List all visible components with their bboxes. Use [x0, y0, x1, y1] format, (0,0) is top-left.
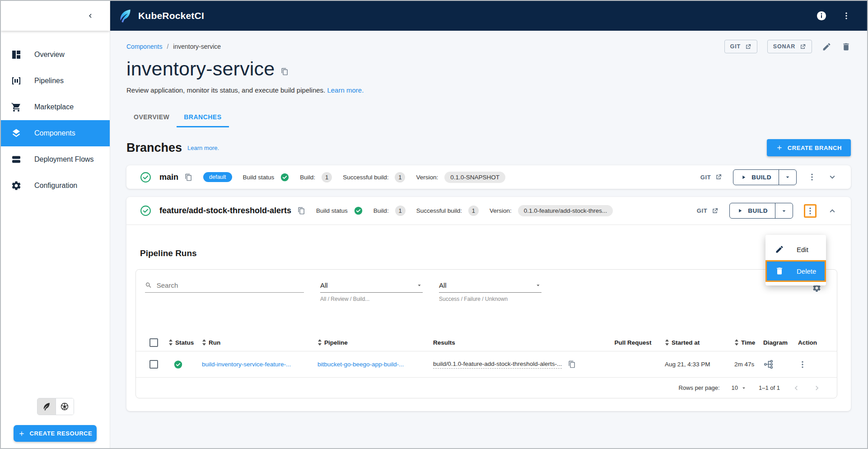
- component-actions: GIT SONAR: [724, 40, 851, 53]
- build-button[interactable]: BUILD: [733, 170, 779, 185]
- app-logo[interactable]: KubeRocketCI: [117, 8, 204, 23]
- breadcrumb-components-link[interactable]: Components: [126, 43, 162, 50]
- branch-status-ok-icon: [140, 205, 151, 216]
- build-dropdown-toggle[interactable]: [779, 170, 796, 185]
- components-layers-icon: [11, 128, 22, 139]
- status-filter: All Success / Failure / Unknown: [439, 281, 541, 302]
- git-button[interactable]: GIT: [724, 40, 757, 53]
- branches-learn-more-link[interactable]: Learn more.: [187, 145, 219, 151]
- external-link-icon: [715, 173, 722, 181]
- branch-git-link[interactable]: GIT: [700, 173, 722, 181]
- branch-main-header: main default Build status Build: 1 Succe…: [126, 165, 851, 189]
- plus-icon: [18, 430, 25, 437]
- rows-per-page-value: 10: [732, 384, 738, 391]
- pipeline-runs-card: All All / Review / Build... All Success …: [135, 269, 837, 398]
- column-pipeline[interactable]: Pipeline: [324, 339, 348, 346]
- sidebar-item-pipelines[interactable]: Pipelines: [1, 68, 110, 94]
- copy-title-icon[interactable]: [281, 68, 289, 75]
- sidebar-item-overview[interactable]: Overview: [1, 42, 110, 68]
- tab-overview[interactable]: OVERVIEW: [126, 108, 177, 127]
- time-value: 2m 47s: [734, 361, 754, 368]
- run-actions-kebab-icon[interactable]: [798, 360, 807, 369]
- create-branch-button[interactable]: CREATE BRANCH: [767, 139, 851, 156]
- build-split-button: BUILD: [733, 169, 797, 185]
- copy-results-icon[interactable]: [568, 360, 576, 368]
- row-checkbox[interactable]: [149, 360, 158, 369]
- version-label: Version:: [416, 174, 438, 181]
- branch-feature-actions: GIT BUILD: [697, 203, 837, 219]
- started-at-value: Aug 21, 4:33 PM: [665, 361, 710, 368]
- configuration-gear-icon: [11, 180, 22, 191]
- context-menu-edit[interactable]: Edit: [765, 239, 826, 260]
- sort-icon[interactable]: [734, 339, 739, 346]
- branch-status-ok-icon: [140, 172, 151, 183]
- pipeline-type-select[interactable]: All: [320, 281, 423, 293]
- caret-down-icon: [416, 282, 423, 289]
- page-title-row: inventory-service: [126, 58, 851, 80]
- next-page-chevron-icon[interactable]: [812, 384, 821, 393]
- select-all-checkbox[interactable]: [149, 338, 158, 347]
- sort-icon[interactable]: [665, 339, 669, 346]
- build-dropdown-toggle[interactable]: [775, 203, 793, 218]
- run-diagram-icon[interactable]: [763, 359, 774, 369]
- status-select[interactable]: All: [439, 281, 541, 293]
- run-link[interactable]: build-inventory-service-feature-...: [202, 361, 291, 368]
- play-icon: [737, 208, 743, 214]
- edit-component-pencil-icon[interactable]: [822, 42, 831, 51]
- create-branch-label: CREATE BRANCH: [788, 145, 842, 151]
- search-icon: [145, 281, 152, 289]
- delete-component-trash-icon[interactable]: [841, 42, 851, 51]
- external-link-icon: [799, 43, 806, 50]
- page-description: Review application, monitor its status, …: [126, 86, 851, 94]
- previous-page-chevron-icon[interactable]: [792, 384, 801, 393]
- column-diagram: Diagram: [763, 339, 788, 346]
- expand-branch-chevron-down-icon[interactable]: [827, 172, 837, 182]
- branch-name: feature/add-stock-threshold-alerts: [159, 206, 291, 215]
- column-started-at[interactable]: Started at: [672, 339, 700, 346]
- context-menu-delete[interactable]: Delete: [765, 260, 826, 282]
- sidebar-nav: Overview Pipelines Marketplace Component…: [1, 31, 110, 199]
- info-icon[interactable]: [817, 11, 826, 21]
- copy-branch-name-icon[interactable]: [298, 207, 305, 215]
- pipeline-link[interactable]: bitbucket-go-beego-app-build-...: [317, 361, 404, 368]
- status-filter-helper: Success / Failure / Unknown: [439, 296, 541, 302]
- build-count-chip: 1: [322, 172, 332, 182]
- description-learn-more-link[interactable]: Learn more.: [327, 86, 364, 94]
- rows-per-page-select[interactable]: 10: [732, 384, 747, 391]
- sort-icon[interactable]: [317, 339, 322, 346]
- sidebar-item-label: Deployment Flows: [34, 155, 94, 164]
- branch-kebab-menu-icon[interactable]: [806, 206, 815, 215]
- sonar-button[interactable]: SONAR: [767, 40, 812, 53]
- branch-git-link[interactable]: GIT: [697, 207, 719, 215]
- sidebar-item-deployment-flows[interactable]: Deployment Flows: [1, 146, 110, 173]
- sidebar-item-configuration[interactable]: Configuration: [1, 173, 110, 199]
- column-run[interactable]: Run: [209, 339, 220, 346]
- search-input[interactable]: [157, 281, 304, 289]
- kuberocketci-view-toggle[interactable]: [37, 398, 56, 415]
- sort-icon[interactable]: [202, 339, 206, 346]
- collapse-sidebar-icon[interactable]: [86, 12, 94, 20]
- copy-branch-name-icon[interactable]: [185, 173, 192, 181]
- create-resource-button[interactable]: CREATE RESOURCE: [14, 425, 97, 442]
- sort-icon[interactable]: [168, 339, 173, 346]
- tab-branches[interactable]: BRANCHES: [177, 108, 229, 127]
- successful-build-label: Successful build:: [343, 174, 388, 181]
- view-toggle-group: [37, 398, 74, 415]
- build-status-label: Build status: [316, 207, 348, 214]
- external-link-icon: [745, 43, 751, 50]
- column-status[interactable]: Status: [175, 339, 194, 346]
- column-time[interactable]: Time: [741, 339, 755, 346]
- page-title: inventory-service: [126, 58, 275, 80]
- sidebar-item-marketplace[interactable]: Marketplace: [1, 94, 110, 120]
- build-button[interactable]: BUILD: [730, 203, 775, 218]
- branch-card-feature: feature/add-stock-threshold-alerts Build…: [126, 197, 851, 411]
- build-button-label: BUILD: [751, 174, 771, 181]
- collapse-branch-chevron-up-icon[interactable]: [827, 206, 837, 216]
- search-field: [145, 281, 304, 293]
- kubernetes-view-toggle[interactable]: [56, 398, 74, 415]
- sidebar-item-components[interactable]: Components: [1, 120, 110, 146]
- build-label: Build:: [300, 174, 315, 181]
- app-title: KubeRocketCI: [138, 10, 204, 21]
- branch-kebab-menu-icon[interactable]: [807, 173, 817, 182]
- header-kebab-menu-icon[interactable]: [842, 11, 851, 20]
